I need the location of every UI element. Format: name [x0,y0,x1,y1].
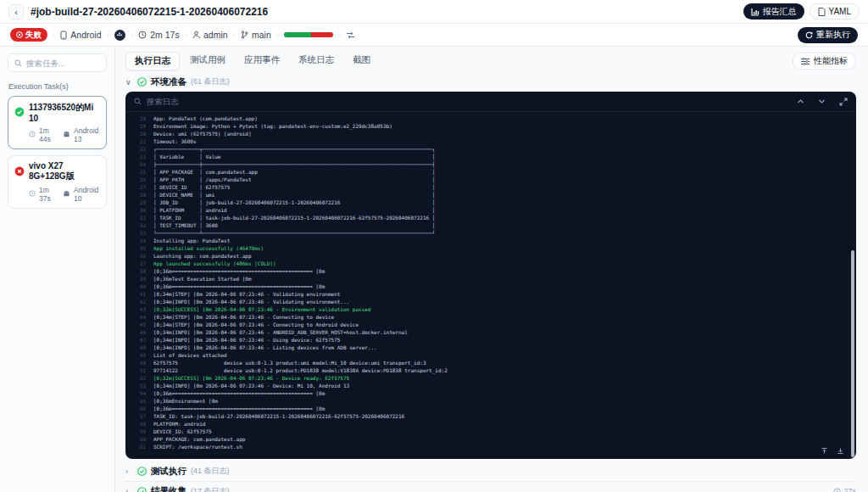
log-line: 60APP_PACKAGE: com.pandatest.app [134,435,848,443]
expand-icon[interactable] [839,98,848,106]
search-icon [14,59,22,67]
top-bar: ‹ #job-build-27-20260406072215-1-2026040… [0,0,868,24]
log-line: 59DEVICE_ID: 62f57575 [134,428,848,435]
user-icon [192,31,200,39]
branch-item: main [241,30,271,40]
log-line: 54[0;36m================================… [134,389,848,397]
log-line: 18App: PandaTest (com.pandatest.app) [134,115,848,122]
android-icon [63,131,70,139]
section-env-prepare-header[interactable]: ∨ 环境准备 (61 条日志) [125,75,856,88]
task-search-box [8,53,107,72]
log-line: 31│ TASK_ID │ task-job-build-27-20260406… [134,214,848,221]
clock-icon [833,488,841,492]
bar-chart-icon [751,8,760,16]
log-line: 25│ APP_PACKAGE │ com.pandatest.app │ [134,168,848,176]
section-success-icon [137,77,147,87]
log-line: 33└──────────────┴──────────────────────… [134,229,848,237]
yaml-button[interactable]: YAML [810,3,860,20]
page-title: #job-build-27-20260406072215-1-202604060… [31,6,268,18]
log-line: 35App installed successfully (46470ms) [134,244,848,252]
progress-fail-segment [311,32,333,37]
task-sidebar: Execution Task(s) 1137936520的Mi 101m 44s… [0,47,115,492]
log-line: 58PLATFORM: android [134,420,848,428]
log-line: 42[0;34m[INFO] [0m 2026-04-06 07:23:46 -… [134,298,848,305]
log-line: 5062f57575 device usb:0-1.3 product:umi … [134,359,848,366]
task-search-input[interactable] [26,59,94,68]
scroll-to-top-icon[interactable] [821,447,828,455]
report-summary-button[interactable]: 报告汇总 [743,3,804,20]
tab-5[interactable]: 截图 [344,52,379,70]
task-card[interactable]: vivo X27 8G+128G版1m 37sAndroid 10 [8,155,107,209]
task-duration: 1m 44s [39,126,57,143]
log-line: 53[0;34m[INFO] [0m 2026-04-06 07:23:46 -… [134,382,848,389]
log-line: 47[0;34m[INFO] [0m 2026-04-06 07:23:46 -… [134,336,848,344]
log-line: 57TASK_ID: task-job-build-27-20260406072… [134,412,848,420]
sliders-icon [801,58,810,65]
log-line: 49List of devices attached [134,351,848,359]
clock-icon [138,31,147,39]
tab-3[interactable]: 应用事件 [236,52,288,70]
performance-metrics-button[interactable]: 性能指标 [793,53,856,70]
task-os: Android 10 [74,186,100,203]
terminal-scrollbar[interactable] [851,112,854,457]
terminal-header [125,92,856,112]
status-badge: 失败 [10,28,47,42]
task-list: 1137936520的Mi 101m 44sAndroid 13vivo X27… [8,96,107,209]
rerun-button[interactable]: 重新执行 [798,27,858,43]
task-card[interactable]: 1137936520的Mi 101m 44sAndroid 13 [8,96,107,149]
log-line: 29│ JOB_ID │ job-build-27-20260406072215… [134,198,848,206]
log-line: 38[0;36m================================… [134,267,848,275]
pass-fail-progress-bar [284,32,333,37]
tab-2[interactable]: 测试用例 [181,52,234,70]
scrollbar-thumb[interactable] [851,250,854,457]
task-list-title: Execution Task(s) [8,82,107,91]
scroll-to-bottom-icon[interactable] [837,447,844,455]
task-os: Android 13 [74,126,100,143]
log-line: 5197714122 device usb:0-1.2 product:PD18… [134,366,848,374]
log-line: 27│ DEVICE_ID │ 62f57575 │ [134,183,848,191]
task-name: 1137936520的Mi 10 [29,102,100,123]
task-name: vivo X27 8G+128G版 [29,161,100,182]
section-result-collect-header[interactable]: › 结果收集 (17 条日志) 27s [125,481,856,492]
search-icon [134,98,142,105]
fail-dot-icon [16,31,23,38]
section-duration: 27s [833,487,856,492]
chevron-right-icon: › [125,467,133,476]
log-viewer[interactable]: 18App: PandaTest (com.pandatest.app)19En… [125,112,856,450]
log-search-input[interactable] [147,97,316,106]
log-line: 40[0;36m================================… [134,282,848,290]
chevron-up-icon[interactable] [797,98,804,105]
user-item: admin [192,30,228,40]
log-line: 41[0;34m[STEP] [0m 2026-04-06 07:23:46 -… [134,290,848,298]
log-line: 26│ APP_PATH │ /apps/PandaTest │ [134,176,848,183]
section-success-icon [137,487,147,492]
back-button[interactable]: ‹ [8,4,24,20]
log-line: 32│ TEST_TIMEOUT │ 3600 │ [134,221,848,229]
clock-icon [29,190,36,198]
log-terminal: 18App: PandaTest (com.pandatest.app)19En… [125,92,856,459]
environment-image-icon [114,30,125,41]
log-line: 22┌──────────────┬──────────────────────… [134,145,848,153]
smartphone-icon [60,31,67,40]
section-test-execution-header[interactable]: › 测试执行 (41 条日志) [125,464,856,478]
log-line: 19Environment image: Python + Pytest (ta… [134,122,848,130]
log-line: 39[0;36mTest Execution Started [0m [134,275,848,282]
log-line: 24├──────────────┼──────────────────────… [134,160,848,168]
tab-bar: 执行日志测试用例应用事件系统日志截图 性能指标 [125,52,856,70]
duration-item: 2m 17s [138,30,179,40]
chevron-down-icon[interactable] [818,98,826,105]
log-line: 56[0;36m================================… [134,405,848,412]
git-branch-icon [241,31,248,39]
main-panel: 执行日志测试用例应用事件系统日志截图 性能指标 ∨ 环境准备 (61 条日志) [115,47,868,492]
log-line: 37App launched successfully (486ms [COLD… [134,260,848,267]
tab-1[interactable]: 执行日志 [125,52,180,70]
compare-icon[interactable] [346,31,355,39]
document-icon [818,8,826,16]
refresh-icon [805,31,813,39]
log-line: 34Installing app: PandaTest [134,237,848,244]
tab-4[interactable]: 系统日志 [290,52,342,70]
log-line: 28│ DEVICE_NAME │ umi │ [134,191,848,198]
progress-success-segment [284,32,311,37]
log-line: 21Timeout: 3600s [134,137,848,145]
log-line: 46[0;34m[INFO] [0m 2026-04-06 07:23:46 -… [134,328,848,336]
